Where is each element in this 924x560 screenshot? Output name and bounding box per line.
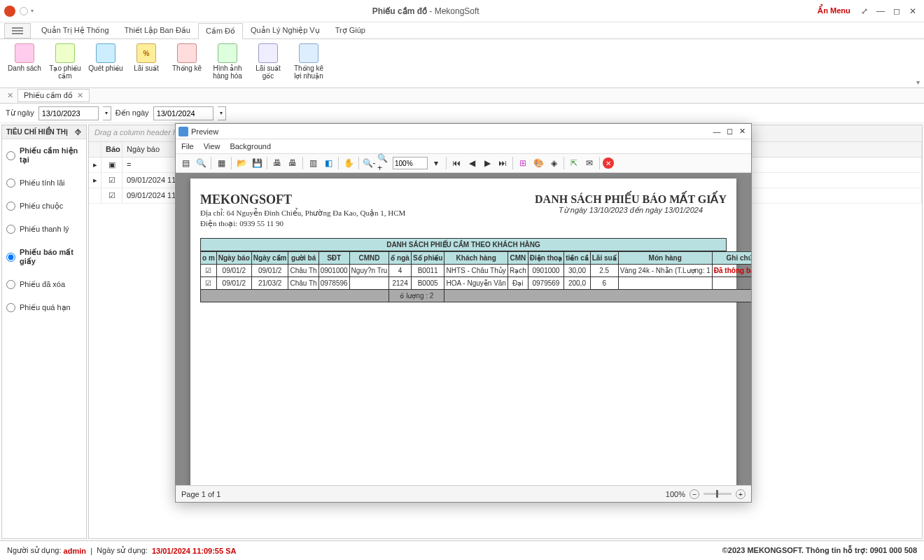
tab-quan-ly[interactable]: Quản Lý Nghiệp Vụ bbox=[243, 22, 328, 38]
report-page: MEKONGSOFT Địa chỉ: 64 Nguyễn Đình Chiểu… bbox=[190, 178, 736, 485]
zoom-input[interactable] bbox=[393, 157, 428, 169]
close-icon[interactable]: ✕ bbox=[906, 6, 920, 16]
tab-quan-tri[interactable]: Quản Trị Hệ Thống bbox=[34, 22, 117, 38]
zoom-in-icon[interactable]: 🔍+ bbox=[377, 156, 391, 170]
company-address: Địa chỉ: 64 Nguyễn Đình Chiểu, Phường Đa… bbox=[200, 209, 405, 218]
copyright: ©2023 MEKONGSOFT. Thông tin hỗ trợ: 0901… bbox=[722, 546, 917, 555]
save-icon[interactable]: 💾 bbox=[250, 156, 264, 170]
zoom-minus-icon[interactable]: − bbox=[690, 489, 699, 499]
date-value: 13/01/2024 11:09:55 SA bbox=[152, 547, 236, 555]
opt-phieu-qua-han[interactable]: Phiếu quá hạn bbox=[2, 296, 86, 319]
btn-lai-suat-goc[interactable]: Lãi suất gốc bbox=[248, 42, 288, 81]
open-icon[interactable]: 📂 bbox=[234, 156, 248, 170]
page-setup-icon[interactable]: ▥ bbox=[306, 156, 320, 170]
doc-tab-phieu-cam-do[interactable]: Phiếu cầm đồ✕ bbox=[18, 89, 90, 102]
pin-icon[interactable]: ⯑ bbox=[75, 128, 82, 136]
hide-menu-link[interactable]: Ẩn Menu bbox=[818, 6, 850, 15]
email-icon[interactable]: ✉ bbox=[582, 156, 596, 170]
print-icon[interactable]: 🖶 bbox=[270, 156, 284, 170]
preview-icon bbox=[178, 127, 188, 136]
opt-phieu-tinh-lai[interactable]: Phiếu tính lãi bbox=[2, 172, 86, 195]
quick-print-icon[interactable]: 🖶 bbox=[286, 156, 300, 170]
btn-lai-suat[interactable]: %Lãi suất bbox=[126, 42, 167, 74]
titlebar: ▾ Phiếu cầm đồ - MekongSoft Ẩn Menu ⤢ — … bbox=[0, 0, 924, 22]
close-all-tabs-icon[interactable]: ✕ bbox=[3, 91, 18, 100]
from-date-label: Từ ngày bbox=[6, 108, 34, 118]
ribbon-tabs: Quản Trị Hệ Thống Thiết Lập Ban Đầu Cầm … bbox=[0, 22, 924, 39]
preview-toolbar: ▤ 🔍 ▦ 📂 💾 🖶 🖶 ▥ ◧ ✋ 🔍- 🔍+ ▾ ⏮ ◀ ▶ ⏭ bbox=[176, 153, 751, 173]
opt-phieu-da-xoa[interactable]: Phiếu đã xóa bbox=[2, 273, 86, 296]
ribbon-collapse-icon[interactable]: ⤢ bbox=[858, 6, 872, 16]
tab-close-icon[interactable]: ✕ bbox=[77, 91, 83, 100]
menu-file[interactable]: File bbox=[181, 142, 194, 150]
opt-phieu-thanh-ly[interactable]: Phiếu thanh lý bbox=[2, 218, 86, 241]
status-bar: Người sử dụng: admin | Ngày sử dụng: 13/… bbox=[0, 540, 924, 560]
preview-body[interactable]: MEKONGSOFT Địa chỉ: 64 Nguyễn Đình Chiểu… bbox=[176, 173, 751, 485]
svg-rect-1 bbox=[12, 30, 23, 31]
next-page-icon[interactable]: ▶ bbox=[480, 156, 494, 170]
zoom-out-icon[interactable]: 🔍- bbox=[362, 156, 376, 170]
opt-phieu-chuoc[interactable]: Phiếu chuộc bbox=[2, 195, 86, 218]
btn-quet-phieu[interactable]: Quét phiếu bbox=[85, 42, 126, 74]
col-bao-mat[interactable]: Báo mất bbox=[102, 142, 122, 157]
thumbnails-icon[interactable]: ▦ bbox=[214, 156, 228, 170]
menu-view[interactable]: View bbox=[204, 142, 220, 150]
preview-title: Preview bbox=[191, 127, 710, 136]
hand-icon[interactable]: ✋ bbox=[342, 156, 356, 170]
company-name: MEKONGSOFT bbox=[200, 192, 405, 207]
doc-map-icon[interactable]: ▤ bbox=[178, 156, 192, 170]
btn-danh-sach[interactable]: Danh sách bbox=[4, 42, 45, 74]
qat-dropdown[interactable] bbox=[20, 7, 28, 15]
minimize-icon[interactable]: — bbox=[874, 6, 888, 16]
ribbon-expand-icon[interactable]: ▾ bbox=[916, 78, 920, 86]
prev-page-icon[interactable]: ◀ bbox=[465, 156, 479, 170]
maximize-icon[interactable]: ◻ bbox=[890, 6, 904, 16]
export-icon[interactable]: ⇱ bbox=[567, 156, 581, 170]
preview-titlebar[interactable]: Preview — ◻ ✕ bbox=[176, 124, 751, 139]
preview-minimize-icon[interactable]: — bbox=[710, 127, 723, 136]
date-label: Ngày sử dụng: bbox=[97, 546, 148, 555]
tab-cam-do[interactable]: Cầm Đồ bbox=[198, 23, 243, 39]
preview-statusbar: Page 1 of 1 100% − + bbox=[176, 485, 751, 502]
document-tabs: ✕ Phiếu cầm đồ✕ bbox=[0, 88, 924, 104]
zoom-plus-icon[interactable]: + bbox=[736, 489, 746, 499]
report-summary-row: ố lượng : 2 bbox=[201, 290, 752, 302]
app-logo-icon bbox=[4, 6, 15, 17]
btn-hinh-anh[interactable]: Hình ảnh hàng hóa bbox=[207, 42, 248, 81]
file-menu-button[interactable] bbox=[4, 23, 31, 38]
zoom-slider[interactable] bbox=[704, 493, 732, 495]
user-label: Người sử dụng: bbox=[7, 546, 62, 555]
zoom-pct: 100% bbox=[666, 490, 685, 498]
report-table: o mNgày báoNgày cầmgười báSĐTCMNDố ngàSố… bbox=[200, 251, 751, 302]
to-date-input[interactable] bbox=[153, 106, 214, 120]
report-range: Từ ngày 13/10/2023 đến ngày 13/01/2024 bbox=[535, 206, 727, 215]
to-date-label: Đến ngày bbox=[115, 108, 149, 118]
preview-close-icon[interactable]: ✕ bbox=[736, 127, 748, 136]
btn-tao-phieu[interactable]: Tạo phiếu cầm bbox=[45, 42, 85, 81]
btn-thong-ke-ln[interactable]: Thống kê lợi nhuận bbox=[288, 42, 329, 81]
close-preview-icon[interactable]: ✕ bbox=[603, 158, 614, 169]
opt-phieu-hien-tai[interactable]: Phiếu cầm hiện tại bbox=[2, 139, 86, 172]
tab-thiet-lap[interactable]: Thiết Lập Ban Đầu bbox=[117, 22, 198, 38]
menu-background[interactable]: Background bbox=[230, 142, 271, 150]
zoom-dropdown-icon[interactable]: ▾ bbox=[429, 156, 443, 170]
opt-phieu-bao-mat[interactable]: Phiếu báo mất giấy bbox=[2, 241, 86, 273]
last-page-icon[interactable]: ⏭ bbox=[496, 156, 510, 170]
preview-maximize-icon[interactable]: ◻ bbox=[723, 127, 736, 136]
color-icon[interactable]: 🎨 bbox=[531, 156, 545, 170]
page-indicator: Page 1 of 1 bbox=[181, 490, 220, 498]
tab-tro-giup[interactable]: Trợ Giúp bbox=[328, 22, 373, 38]
multipage-icon[interactable]: ⊞ bbox=[516, 156, 530, 170]
scale-icon[interactable]: ◧ bbox=[321, 156, 335, 170]
to-date-dropdown-icon[interactable]: ▾ bbox=[218, 106, 226, 120]
from-date-dropdown-icon[interactable]: ▾ bbox=[103, 106, 111, 120]
filter-bar: Từ ngày ▾ Đến ngày ▾ bbox=[0, 104, 924, 123]
search-icon[interactable]: 🔍 bbox=[194, 156, 208, 170]
from-date-input[interactable] bbox=[38, 106, 99, 120]
criteria-sidebar: TIÊU CHÍ HIỂN THỊ⯑ Phiếu cầm hiện tại Ph… bbox=[1, 125, 87, 539]
user-value: admin bbox=[64, 547, 86, 555]
ribbon: Danh sách Tạo phiếu cầm Quét phiếu %Lãi … bbox=[0, 39, 924, 88]
btn-thong-ke[interactable]: Thống kê bbox=[167, 42, 207, 74]
watermark-icon[interactable]: ◈ bbox=[547, 156, 561, 170]
first-page-icon[interactable]: ⏮ bbox=[449, 156, 463, 170]
